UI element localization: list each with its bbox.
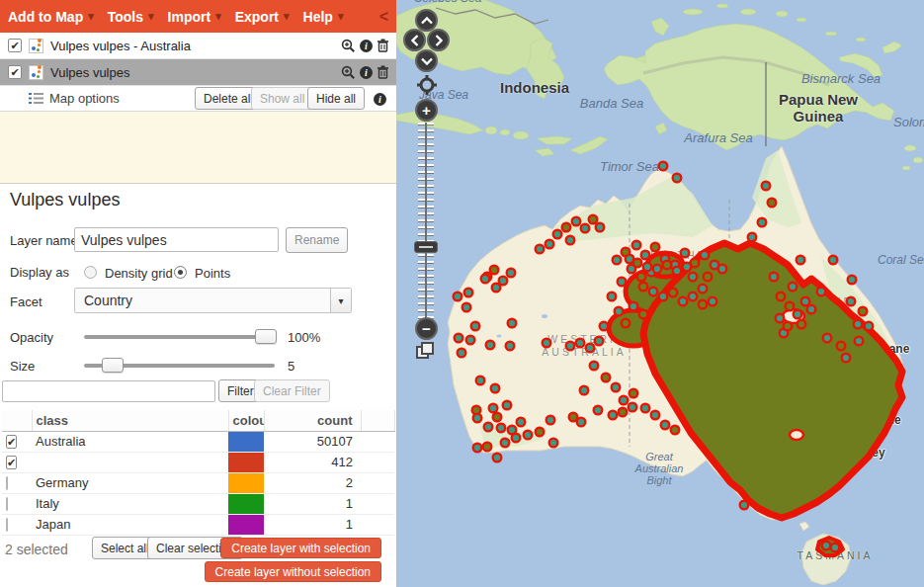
cell-class: Germany <box>32 472 228 493</box>
delete-layer-icon[interactable] <box>377 39 389 52</box>
color-swatch <box>228 494 264 514</box>
table-row-germany[interactable]: Germany 2 <box>2 472 394 493</box>
cell-class: Italy <box>32 493 228 514</box>
size-value: 5 <box>288 359 294 374</box>
header-colour[interactable]: colour <box>228 410 264 431</box>
cell-class: Japan <box>32 514 228 535</box>
table-row-japan[interactable]: Japan 1 <box>2 514 394 535</box>
menu-help[interactable]: Help▾ <box>303 9 344 25</box>
layer-row-vulpes-australia[interactable]: ✔ Vulpes vulpes - Australia i <box>0 33 396 59</box>
plus-icon: + <box>422 103 431 118</box>
color-swatch <box>228 515 264 535</box>
menu-tools-label: Tools <box>108 9 143 25</box>
create-layer-without-selection-button[interactable]: Create layer without selection <box>205 561 381 582</box>
layer-visibility-checkbox[interactable]: ✔ <box>8 65 22 79</box>
cell-class <box>32 452 228 472</box>
menu-export[interactable]: Export▾ <box>235 9 290 25</box>
color-swatch <box>228 453 264 472</box>
row-checkbox[interactable]: ✔ <box>6 456 17 469</box>
size-slider-handle[interactable] <box>102 358 124 373</box>
zoom-to-layer-icon[interactable] <box>341 39 356 53</box>
pan-left-button[interactable] <box>403 29 426 51</box>
show-all-button: Show all <box>251 87 313 110</box>
layer-info-icon[interactable]: i <box>360 66 373 79</box>
zoom-slider-handle[interactable] <box>414 241 438 253</box>
caret-down-icon: ▾ <box>338 10 344 23</box>
menu-add-to-map[interactable]: Add to Map▾ <box>8 9 94 25</box>
header-class[interactable]: class <box>32 410 228 431</box>
layer-name-field-label: Layer name <box>10 233 78 248</box>
notice-area <box>0 112 396 184</box>
clear-filter-button: Clear Filter <box>254 379 330 402</box>
zoom-slider-spine <box>425 123 427 326</box>
table-row-italy[interactable]: Italy 1 <box>2 493 394 514</box>
pan-down-button[interactable] <box>415 49 438 72</box>
facet-table: class colour count ✔ Australia 50107 ✔ 4… <box>2 410 395 536</box>
caret-down-icon: ▾ <box>88 10 94 23</box>
opacity-slider-handle[interactable] <box>255 329 277 344</box>
cell-count: 412 <box>264 452 361 472</box>
caret-down-icon: ▾ <box>215 10 221 23</box>
opacity-label: Opacity <box>10 330 53 345</box>
layer-name-label: Vulpes vulpes <box>50 65 129 80</box>
salt-lake <box>542 314 547 318</box>
header-spacer <box>361 410 394 431</box>
hide-all-button[interactable]: Hide all <box>307 87 365 110</box>
menu-tools[interactable]: Tools▾ <box>108 9 154 25</box>
pan-right-button[interactable] <box>427 29 450 51</box>
layer-row-vulpes[interactable]: ✔ Vulpes vulpes i <box>0 59 396 86</box>
delete-layer-icon[interactable] <box>377 65 389 79</box>
menu-import-label: Import <box>168 9 211 25</box>
cell-count: 1 <box>264 493 361 514</box>
chevron-down-icon[interactable]: ▾ <box>330 289 351 312</box>
density-grid-radio-label[interactable]: Density grid <box>105 266 173 281</box>
facet-select[interactable]: Country ▾ <box>74 288 352 313</box>
geolocate-icon[interactable] <box>417 75 437 95</box>
points-radio[interactable] <box>174 266 187 279</box>
points-layer-icon <box>29 39 43 53</box>
layer-visibility-checkbox[interactable]: ✔ <box>8 39 22 52</box>
menu-export-label: Export <box>235 9 279 25</box>
options-info-icon[interactable]: i <box>374 93 386 106</box>
display-as-label: Display as <box>10 265 69 280</box>
density-grid-radio[interactable] <box>84 266 97 279</box>
facet-label: Facet <box>10 294 42 309</box>
menu-add-to-map-label: Add to Map <box>8 9 83 25</box>
zoom-in-button[interactable]: + <box>415 99 438 122</box>
zoom-out-button[interactable]: − <box>415 317 438 340</box>
minus-icon: − <box>422 321 431 336</box>
cell-count: 1 <box>264 514 361 535</box>
menu-bar: Add to Map▾ Tools▾ Import▾ Export▾ Help▾… <box>0 0 396 33</box>
menu-help-label: Help <box>303 9 333 25</box>
opacity-value: 100% <box>288 330 320 345</box>
facet-table-header: class colour count <box>2 410 394 431</box>
map-canvas[interactable] <box>396 0 924 587</box>
control-panel: Add to Map▾ Tools▾ Import▾ Export▾ Help▾… <box>0 0 396 587</box>
layer-switcher-button[interactable] <box>416 342 436 362</box>
header-checkbox-column <box>2 410 32 431</box>
cell-class: Australia <box>32 431 228 452</box>
points-radio-label[interactable]: Points <box>195 266 230 281</box>
color-swatch <box>228 432 264 452</box>
map-area[interactable]: Celebes Sea Java Sea Indonesia Banda Sea… <box>396 0 924 587</box>
collapse-panel-icon[interactable]: < <box>379 8 388 26</box>
create-layer-with-selection-button[interactable]: Create layer with selection <box>220 538 381 558</box>
panel-title: Vulpes vulpes <box>10 190 120 210</box>
row-checkbox[interactable] <box>6 518 8 532</box>
menu-import[interactable]: Import▾ <box>168 9 221 25</box>
rename-button[interactable]: Rename <box>286 227 348 253</box>
opacity-slider-track[interactable] <box>84 335 275 339</box>
caret-down-icon: ▾ <box>284 10 290 23</box>
row-checkbox[interactable] <box>6 476 8 490</box>
map-options-label[interactable]: Map options <box>49 91 120 106</box>
header-count[interactable]: count <box>264 410 361 431</box>
filter-input[interactable] <box>2 380 215 402</box>
row-checkbox[interactable]: ✔ <box>6 435 17 449</box>
layer-info-icon[interactable]: i <box>360 40 373 52</box>
layer-name-input[interactable] <box>74 227 279 252</box>
cell-count: 50107 <box>264 431 361 452</box>
zoom-to-layer-icon[interactable] <box>341 65 356 80</box>
table-row-unnamed[interactable]: ✔ 412 <box>2 452 394 472</box>
row-checkbox[interactable] <box>6 497 8 511</box>
table-row-australia[interactable]: ✔ Australia 50107 <box>2 431 394 452</box>
